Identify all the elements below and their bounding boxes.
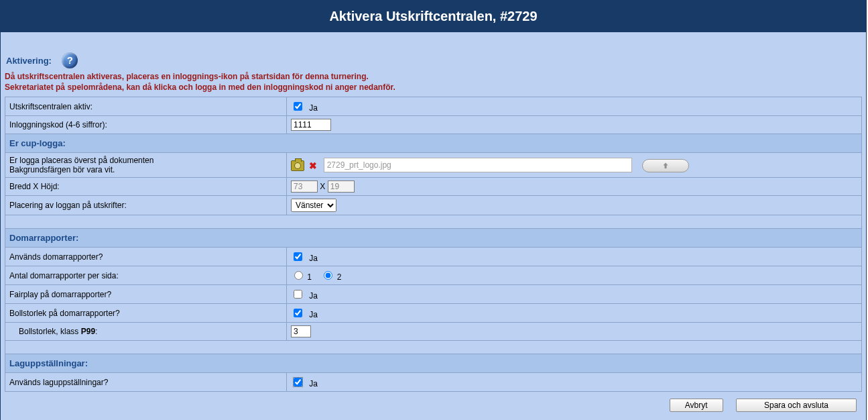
dialog-window: Aktivera Utskriftcentralen, #2729 Aktive…: [0, 0, 867, 420]
logo-filename-input: [324, 158, 632, 172]
ballsize-text: Ja: [309, 310, 318, 319]
upload-arrow-icon: [661, 162, 670, 170]
logo-width-input: [291, 180, 318, 193]
ballsize-value-input[interactable]: [291, 325, 311, 337]
ballsize-class-pre: Bollstorlek, klass: [19, 327, 81, 336]
active-label: Utskriftscentralen aktiv:: [5, 97, 287, 116]
active-cell: Ja: [287, 97, 862, 116]
ballsize-cell: Ja: [287, 304, 862, 323]
ballsize-class-label: Bollstorlek, klass P99:: [5, 323, 287, 341]
referee-use-cell: Ja: [287, 248, 862, 266]
active-checkbox[interactable]: [294, 102, 302, 111]
active-value-text: Ja: [309, 103, 318, 113]
referee-per-page-2-wrap[interactable]: 2: [320, 272, 341, 282]
lineups-use-cell: Ja: [287, 373, 862, 392]
form-body: Aktivering: ? Då utskriftscentralen akti…: [1, 42, 866, 420]
fairplay-checkbox[interactable]: [294, 290, 302, 299]
lineups-use-checkbox[interactable]: [294, 378, 302, 386]
section-referee-heading: Domarrapporter:: [5, 229, 862, 248]
camera-icon[interactable]: [291, 160, 304, 171]
logo-size-separator: X: [320, 182, 325, 191]
ballsize-value-cell: [287, 323, 862, 341]
login-code-input[interactable]: [291, 119, 331, 131]
save-button[interactable]: Spara och avsluta: [736, 399, 857, 412]
lineups-use-text: Ja: [309, 379, 318, 388]
referee-per-page-label: Antal domarrapporter per sida:: [5, 266, 287, 285]
logo-position-label: Placering av loggan på utskrifter:: [5, 196, 287, 215]
login-code-label: Inloggningskod (4-6 siffror):: [5, 116, 287, 134]
logo-height-input: [328, 180, 355, 193]
fairplay-text: Ja: [309, 291, 318, 301]
section-lineups-heading: Laguppställningar:: [5, 354, 862, 373]
logo-position-cell: Vänster: [287, 196, 862, 215]
referee-per-page-1-text: 1: [307, 272, 312, 282]
activation-desc-line1: Då utskriftscentralen aktiveras, placera…: [5, 72, 369, 81]
logo-desc-line2: Bakgrundsfärgen bör vara vit.: [9, 165, 115, 174]
referee-use-text: Ja: [309, 254, 318, 263]
logo-desc: Er logga placeras överst på dokumenten B…: [5, 153, 287, 178]
section-logo-heading: Er cup-logga:: [5, 134, 862, 153]
referee-per-page-2-text: 2: [337, 272, 342, 282]
ballsize-label: Bollstorlek på domarrapporter?: [5, 304, 287, 323]
referee-per-page-2-radio[interactable]: [324, 271, 332, 280]
ballsize-checkbox[interactable]: [294, 309, 302, 317]
header-divider: [1, 32, 866, 42]
lineups-use-label: Används laguppställningar?: [5, 373, 287, 392]
activation-desc-line2: Sekretariatet på spelområdena, kan då kl…: [5, 83, 395, 92]
fairplay-label: Fairplay på domarrapporter?: [5, 285, 287, 304]
ballsize-class-bold: P99: [81, 327, 95, 336]
help-icon[interactable]: ?: [62, 52, 78, 68]
dialog-footer: Avbryt Spara och avsluta: [5, 392, 862, 417]
logo-position-select[interactable]: Vänster: [291, 199, 336, 212]
referee-per-page-cell: 1 2: [287, 266, 862, 285]
referee-use-checkbox[interactable]: [294, 252, 302, 261]
logo-desc-line1: Er logga placeras överst på dokumenten: [9, 156, 153, 165]
logo-size-cell: X: [287, 178, 862, 196]
logo-upload-cell: ✖: [287, 153, 862, 178]
referee-per-page-1-radio[interactable]: [294, 271, 303, 280]
login-code-cell: [287, 116, 862, 134]
referee-use-label: Används domarrapporter?: [5, 248, 287, 266]
dialog-title: Aktivera Utskriftcentralen, #2729: [1, 1, 866, 32]
fairplay-cell: Ja: [287, 285, 862, 304]
cancel-button[interactable]: Avbryt: [670, 399, 723, 412]
ballsize-class-post: :: [95, 327, 97, 336]
section-activation-heading: Aktivering:: [6, 56, 52, 66]
delete-logo-icon[interactable]: ✖: [309, 160, 317, 171]
activation-description: Då utskriftscentralen aktiveras, placera…: [5, 70, 862, 97]
referee-per-page-1-wrap[interactable]: 1: [291, 272, 314, 282]
settings-table: Utskriftscentralen aktiv: Ja Inloggnings…: [5, 97, 862, 392]
logo-size-label: Bredd X Höjd:: [5, 178, 287, 196]
upload-button[interactable]: [642, 159, 689, 172]
